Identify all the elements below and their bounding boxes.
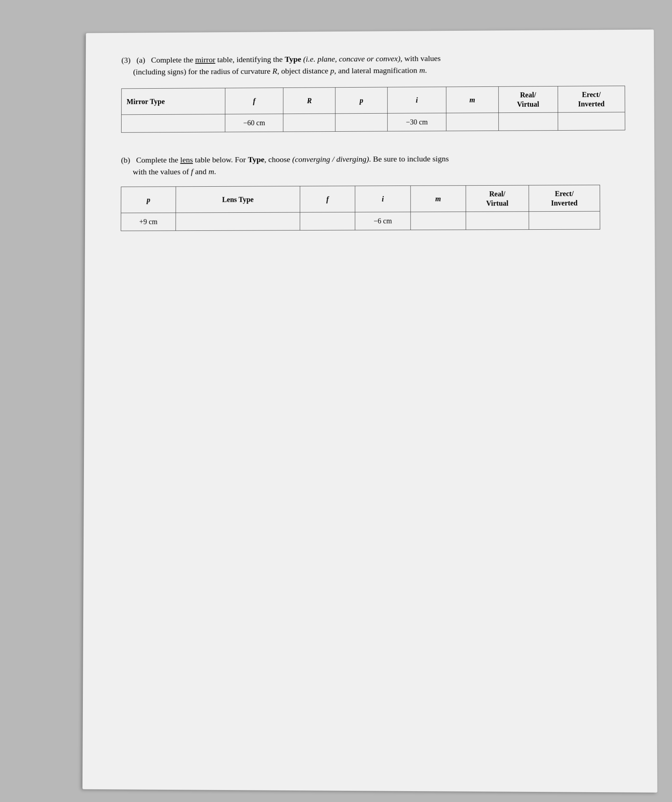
part-b-instruction: Complete the lens table below. For Type,…: [121, 154, 449, 176]
instruction-complete: Complete the mirror table, identifying t…: [121, 54, 441, 76]
mirror-table-header-row: Mirror Type f R p i m Real/Virtual Erect…: [121, 86, 625, 115]
erect-inverted-header: Erect/Inverted: [558, 86, 625, 113]
mirror-i-cell: −30 cm: [388, 113, 446, 131]
lens-table-row: +9 cm −6 cm: [121, 211, 600, 231]
page: (3) (a) Complete the mirror table, ident…: [82, 30, 657, 792]
i-header: i: [388, 87, 446, 113]
lens-i-header: i: [355, 186, 410, 212]
mirror-real-virtual-cell: [498, 113, 558, 131]
real-virtual-header: Real/Virtual: [498, 86, 558, 113]
lens-erect-inverted-header: Erect/Inverted: [529, 185, 600, 211]
lens-m-cell: [410, 212, 466, 230]
lens-p-cell: +9 cm: [121, 213, 176, 231]
lens-f-cell: [300, 212, 355, 230]
mirror-type-header: Mirror Type: [121, 88, 225, 115]
mirror-f-cell: −60 cm: [225, 114, 283, 132]
question-number: (3): [121, 56, 131, 65]
part-b-header: (b) Complete the lens table below. For T…: [121, 152, 625, 178]
mirror-m-cell: [446, 113, 498, 131]
p-header: p: [335, 87, 388, 113]
mirror-table: Mirror Type f R p i m Real/Virtual Erect…: [121, 86, 625, 133]
mirror-p-cell: [335, 113, 388, 131]
mirror-R-cell: [283, 113, 335, 132]
lens-p-header: p: [121, 187, 176, 213]
R-header: R: [283, 87, 335, 114]
lens-table-header-row: p Lens Type f i m Real/Virtual Erect/Inv…: [121, 185, 600, 213]
part-b-label: (b): [121, 155, 130, 165]
f-header: f: [225, 88, 283, 114]
question-3-header: (3) (a) Complete the mirror table, ident…: [121, 52, 625, 78]
mirror-table-container: Mirror Type f R p i m Real/Virtual Erect…: [121, 86, 625, 133]
mirror-type-cell: [121, 114, 225, 133]
part-a-label: (a): [136, 55, 145, 65]
lens-i-cell: −6 cm: [355, 212, 410, 230]
lens-table-container: p Lens Type f i m Real/Virtual Erect/Inv…: [121, 185, 626, 231]
m-header: m: [446, 86, 498, 113]
lens-f-header: f: [300, 186, 355, 212]
lens-real-virtual-header: Real/Virtual: [466, 185, 529, 212]
lens-real-virtual-cell: [466, 212, 529, 230]
lens-table: p Lens Type f i m Real/Virtual Erect/Inv…: [121, 185, 600, 231]
lens-m-header: m: [410, 186, 466, 212]
mirror-table-row: −60 cm −30 cm: [121, 112, 625, 133]
lens-erect-inverted-cell: [529, 211, 600, 230]
lens-type-cell: [176, 212, 300, 231]
mirror-erect-inverted-cell: [558, 112, 625, 131]
lens-type-header: Lens Type: [176, 186, 300, 213]
